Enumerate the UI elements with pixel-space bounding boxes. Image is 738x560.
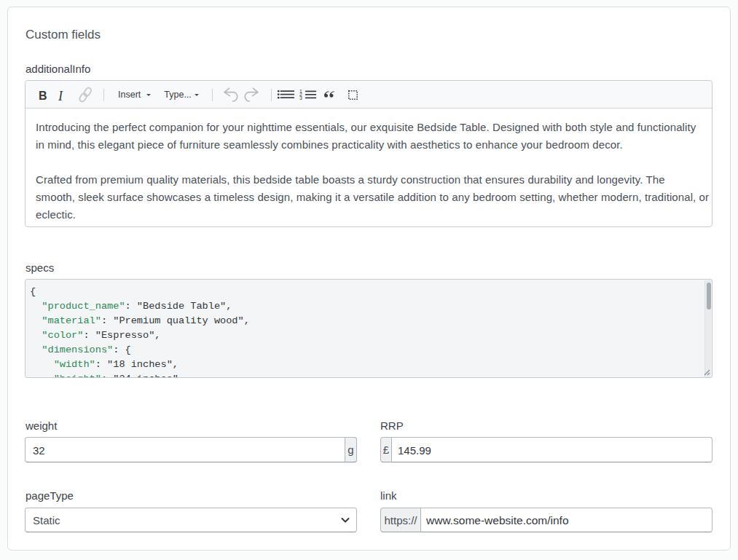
- svg-text:3: 3: [299, 95, 302, 100]
